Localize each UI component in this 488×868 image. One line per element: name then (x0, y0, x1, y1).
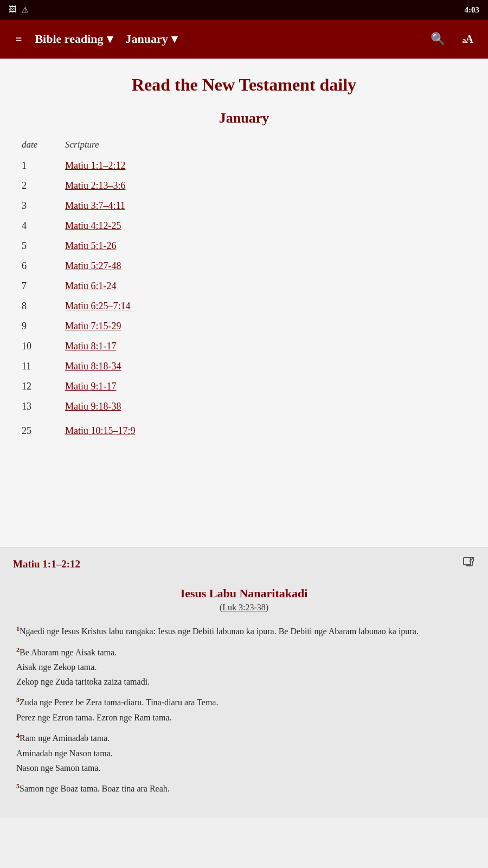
nav-bar: ≡ Bible reading ▾ January ▾ 🔍 aA (0, 20, 488, 59)
reading-date: 2 (22, 180, 54, 192)
page-title: Read the New Testament daily (22, 75, 466, 95)
menu-icon[interactable]: ≡ (11, 28, 26, 50)
bottom-panel: Matiu 1:1–2:12 Iesus Labu Nanaritakadi (… (0, 547, 488, 818)
reading-date: 6 (22, 260, 54, 272)
reading-link[interactable]: Matiu 6:25–7:14 (65, 301, 131, 312)
reading-link[interactable]: Matiu 3:7–4:11 (65, 200, 125, 212)
panel-title[interactable]: Matiu 1:1–2:12 (13, 558, 80, 570)
col-date-header: date (22, 139, 54, 150)
passage-subtitle: (Luk 3:23-38) (16, 603, 472, 612)
panel-header: Matiu 1:1–2:12 (0, 547, 488, 581)
panel-body: Iesus Labu Nanaritakadi (Luk 3:23-38) 1N… (0, 581, 488, 818)
passage-title: Iesus Labu Nanaritakadi (16, 586, 472, 601)
nav-month-dropdown-icon: ▾ (171, 32, 177, 46)
reading-date: 10 (22, 341, 54, 352)
reading-table: date Scripture 1Matiu 1:1–2:122Matiu 2:1… (22, 137, 466, 445)
last-reading-row: 25 Matiu 10:15–17:9 (22, 417, 466, 445)
reading-date: 12 (22, 381, 54, 392)
reading-link[interactable]: Matiu 1:1–2:12 (65, 160, 126, 171)
table-row: 5Matiu 5:1-26 (22, 236, 466, 256)
font-size-icon[interactable]: aA (458, 29, 477, 50)
reading-link[interactable]: Matiu 9:18-38 (65, 401, 121, 412)
reading-date: 9 (22, 321, 54, 332)
reading-link[interactable]: Matiu 8:18-34 (65, 361, 121, 372)
table-row: 4Matiu 4:12-25 (22, 216, 466, 236)
table-row: 2Matiu 2:13–3:6 (22, 176, 466, 196)
reading-link[interactable]: Matiu 8:1-17 (65, 341, 117, 352)
month-heading: January (22, 110, 466, 126)
nav-month[interactable]: January ▾ (126, 32, 177, 46)
reading-date: 1 (22, 160, 54, 171)
table-row: 3Matiu 3:7–4:11 (22, 196, 466, 216)
reading-date: 13 (22, 401, 54, 412)
table-row: 10Matiu 8:1-17 (22, 336, 466, 356)
table-row: 6Matiu 5:27-48 (22, 256, 466, 276)
status-bar-left: 🖼 ⚠ (9, 5, 29, 15)
last-reading-link[interactable]: Matiu 10:15–17:9 (65, 421, 136, 441)
verse: 5Samon nge Boaz tama. Boaz tina ara Reah… (16, 781, 472, 796)
passage-text: 1Ngaedi nge Iesus Kristus labu rangaka: … (16, 623, 472, 796)
reading-date: 7 (22, 280, 54, 292)
nav-title[interactable]: Bible reading ▾ (35, 32, 112, 46)
nav-title-dropdown-icon: ▾ (107, 32, 113, 46)
reading-date: 8 (22, 301, 54, 312)
open-external-icon[interactable] (462, 556, 475, 572)
table-row: 11Matiu 8:18-34 (22, 356, 466, 376)
table-row: 13Matiu 9:18-38 (22, 397, 466, 417)
verse: 4Ram nge Aminadab tama.Aminadab nge Naso… (16, 730, 472, 775)
reading-link[interactable]: Matiu 5:27-48 (65, 260, 121, 272)
reading-date: 11 (22, 361, 54, 372)
main-content: Read the New Testament daily January dat… (0, 59, 488, 547)
table-row: 1Matiu 1:1–2:12 (22, 156, 466, 176)
table-row: 8Matiu 6:25–7:14 (22, 296, 466, 316)
nav-title-text: Bible reading (35, 32, 103, 46)
reading-link[interactable]: Matiu 2:13–3:6 (65, 180, 126, 192)
reading-rows-container: 1Matiu 1:1–2:122Matiu 2:13–3:63Matiu 3:7… (22, 156, 466, 417)
alert-icon: ⚠ (22, 5, 29, 15)
table-header-row: date Scripture (22, 137, 466, 156)
nav-month-text: January (126, 32, 168, 46)
verse: 1Ngaedi nge Iesus Kristus labu rangaka: … (16, 623, 472, 639)
table-row: 12Matiu 9:1-17 (22, 376, 466, 397)
search-icon[interactable]: 🔍 (426, 28, 450, 50)
reading-link[interactable]: Matiu 5:1-26 (65, 240, 117, 252)
last-date: 25 (22, 425, 54, 437)
reading-link[interactable]: Matiu 6:1-24 (65, 280, 117, 292)
status-time: 4:03 (465, 5, 480, 15)
reading-date: 5 (22, 240, 54, 252)
verse: 3Zuda nge Perez be Zera tama-diaru. Tina… (16, 694, 472, 725)
verse: 2Be Abaram nge Aisak tama.Aisak nge Zeko… (16, 644, 472, 690)
status-bar: 🖼 ⚠ 4:03 (0, 0, 488, 20)
reading-link[interactable]: Matiu 9:1-17 (65, 381, 117, 392)
reading-link[interactable]: Matiu 4:12-25 (65, 220, 121, 232)
table-row: 7Matiu 6:1-24 (22, 276, 466, 296)
reading-date: 4 (22, 220, 54, 232)
image-icon: 🖼 (9, 5, 16, 14)
reading-link[interactable]: Matiu 7:15-29 (65, 321, 121, 332)
reading-date: 3 (22, 200, 54, 212)
col-scripture-header: Scripture (65, 139, 99, 150)
table-row: 9Matiu 7:15-29 (22, 316, 466, 336)
